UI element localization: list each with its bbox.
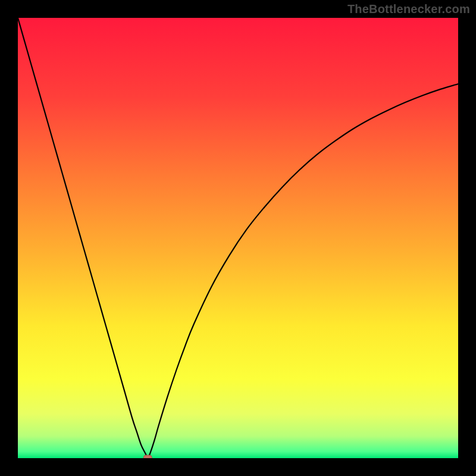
watermark-text: TheBottlenecker.com: [347, 2, 470, 16]
plot-area: [18, 18, 458, 458]
chart-frame: TheBottlenecker.com: [0, 0, 476, 476]
minimum-marker: [143, 455, 152, 458]
plot-svg: [18, 18, 458, 458]
gradient-background: [18, 18, 458, 458]
